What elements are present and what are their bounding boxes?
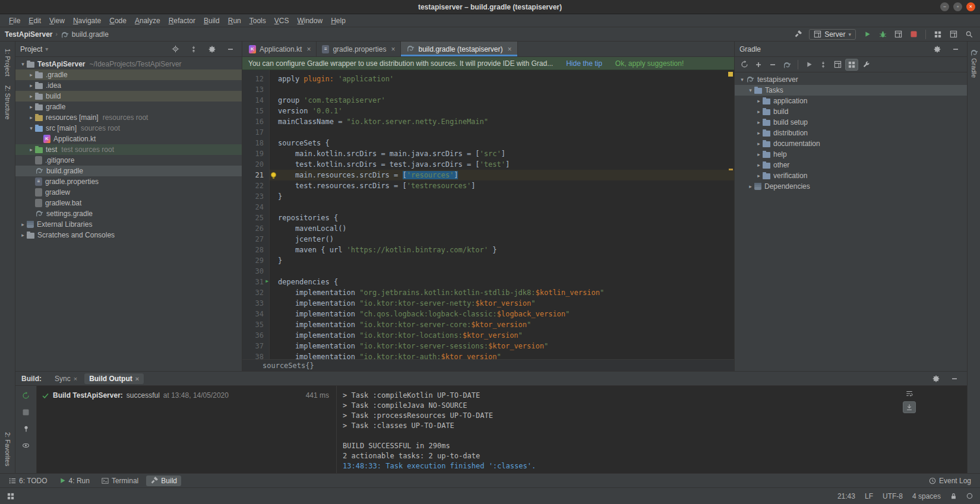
target-icon[interactable] (169, 43, 182, 55)
gear-icon[interactable] (930, 373, 943, 385)
project-tree-item-external-libraries[interactable]: ▸External Libraries (15, 219, 242, 230)
close-button[interactable]: × (966, 2, 975, 11)
tool-button-structure[interactable]: Z: Structure (3, 81, 12, 124)
chevron-right-icon[interactable]: ▸ (19, 232, 27, 238)
gradle-tree-item-dependencies[interactable]: ▸Dependencies (735, 181, 967, 192)
elephant-icon[interactable] (780, 59, 794, 71)
minus-icon[interactable] (948, 373, 961, 385)
play-gray-icon[interactable] (802, 59, 815, 71)
chevron-right-icon[interactable]: ▸ (755, 130, 763, 136)
minimize-button[interactable]: − (940, 2, 949, 11)
tool-button-favorites[interactable]: 2: Favorites (3, 427, 12, 471)
project-tree-item-gradlew[interactable]: gradlew (15, 187, 242, 198)
event-log-button[interactable]: Event Log (925, 476, 975, 486)
build-tab-build-output[interactable]: Build Output× (84, 373, 144, 384)
chevron-right-icon[interactable]: ▸ (27, 147, 35, 153)
inspection-profile-icon[interactable] (966, 493, 973, 499)
close-icon[interactable]: × (135, 375, 139, 382)
hammer-icon[interactable] (791, 28, 804, 40)
menu-help[interactable]: Help (327, 15, 350, 27)
menu-code[interactable]: Code (105, 15, 131, 27)
minus-icon[interactable] (224, 43, 237, 55)
breadcrumb-project[interactable]: TestApiServer (5, 30, 52, 39)
project-tree-item-resources-main[interactable]: ▸resources [main]resources root (15, 112, 242, 123)
project-tree-item-settings-gradle[interactable]: settings.gradle (15, 208, 242, 219)
gradle-tree-item-testapiserver[interactable]: ▾testapiserver (735, 74, 967, 85)
gradle-tree-item-application[interactable]: ▸application (735, 96, 967, 106)
close-icon[interactable]: × (74, 375, 77, 382)
chevron-right-icon[interactable]: ▸ (27, 93, 35, 99)
chevron-right-icon[interactable]: ▸ (755, 173, 763, 179)
chevron-right-icon[interactable]: ▸ (27, 83, 35, 88)
tool-window-switcher-icon[interactable] (7, 493, 14, 500)
wrench-icon[interactable] (859, 59, 872, 71)
grid-icon[interactable] (845, 59, 858, 71)
gradle-tree-item-verification[interactable]: ▸verification (735, 170, 967, 181)
gradle-tree-item-build[interactable]: ▸build (735, 106, 967, 117)
tool-button-run[interactable]: 4: Run (55, 476, 94, 486)
chevron-right-icon[interactable]: ▸ (755, 109, 763, 115)
collapse-icon[interactable] (187, 43, 200, 55)
project-tree-item-test[interactable]: ▸testtest sources root (15, 144, 242, 155)
gradle-tree-item-other[interactable]: ▸other (735, 160, 967, 170)
project-tree-item-gradlew-bat[interactable]: gradlew.bat (15, 198, 242, 208)
chevron-down-icon[interactable]: ▾ (45, 46, 48, 52)
eye-icon[interactable] (20, 439, 33, 451)
caret-position-widget[interactable]: 21:43 (837, 492, 855, 500)
menu-refactor[interactable]: Refactor (165, 15, 200, 27)
menu-vcs[interactable]: VCS (270, 15, 293, 27)
close-icon[interactable]: × (306, 45, 311, 53)
gradle-tree-item-help[interactable]: ▸help (735, 149, 967, 160)
pin-icon[interactable] (20, 423, 33, 435)
intention-bulb-icon[interactable] (271, 172, 276, 177)
project-tree-item-testapiserver[interactable]: ▾TestApiServer~/IdeaProjects/TestApiServ… (15, 59, 242, 69)
chevron-right-icon[interactable]: ▸ (755, 119, 763, 125)
menu-view[interactable]: View (45, 15, 69, 27)
search-icon[interactable] (962, 28, 975, 40)
hide-tip-link[interactable]: Hide the tip (566, 59, 602, 68)
chevron-right-icon[interactable]: ▸ (19, 221, 27, 227)
chevron-right-icon[interactable]: ▸ (755, 162, 763, 168)
layout-icon[interactable] (831, 59, 844, 71)
close-icon[interactable]: × (508, 45, 512, 53)
tool-button-build[interactable]: Build (146, 476, 181, 486)
plus-icon[interactable] (752, 59, 765, 71)
chevron-down-icon[interactable]: ▾ (27, 125, 35, 131)
title-bar[interactable]: testapiserver – build.gradle (testapiser… (0, 0, 980, 14)
chevron-down-icon[interactable]: ▾ (738, 77, 746, 83)
tool-button-terminal[interactable]: Terminal (97, 476, 143, 486)
layout-icon[interactable] (892, 28, 905, 40)
chevron-down-icon[interactable]: ▾ (747, 87, 754, 93)
tool-button-gradle[interactable]: Gradle (969, 44, 979, 83)
project-tree-item-gradle-properties[interactable]: ≡gradle.properties (15, 176, 242, 187)
menu-edit[interactable]: Edit (24, 15, 45, 27)
chevron-down-icon[interactable]: ▾ (19, 61, 27, 67)
refresh-icon[interactable] (738, 59, 751, 71)
tool-button-project[interactable]: 1: Project (3, 44, 12, 81)
bug-icon[interactable] (876, 28, 889, 40)
editor-tab-build-gradle-testapiserver[interactable]: build.gradle (testapiserver)× (401, 42, 517, 56)
stop-red-icon[interactable] (907, 28, 920, 40)
breadcrumb-file[interactable]: build.gradle (72, 30, 109, 39)
maximize-button[interactable]: ▫ (953, 2, 962, 11)
close-icon[interactable]: × (391, 45, 395, 53)
gradle-tree-item-tasks[interactable]: ▾Tasks (735, 85, 967, 96)
indent-widget[interactable]: 4 spaces (912, 492, 941, 500)
project-tree-item-scratches-and-consoles[interactable]: ▸Scratches and Consoles (15, 230, 242, 240)
menu-build[interactable]: Build (200, 15, 224, 27)
gradle-tree-item-distribution[interactable]: ▸distribution (735, 128, 967, 138)
encoding-widget[interactable]: UTF-8 (883, 492, 903, 500)
tool-button-todo[interactable]: 6: TODO (5, 476, 52, 486)
minus-icon[interactable] (766, 59, 779, 71)
play-icon[interactable] (861, 28, 874, 40)
build-console[interactable]: > Task :compileKotlin UP-TO-DATE> Task :… (337, 386, 967, 473)
build-tab-sync[interactable]: Sync× (50, 373, 82, 384)
chevron-right-icon[interactable]: ▸ (755, 151, 763, 157)
project-tree-item-build-gradle[interactable]: build.gradle (15, 166, 242, 176)
grid-icon[interactable] (931, 28, 944, 40)
menu-navigate[interactable]: Navigate (69, 15, 105, 27)
chevron-right-icon[interactable]: ▸ (27, 72, 35, 78)
project-tree-item-build[interactable]: ▸build (15, 91, 242, 102)
rerun-icon[interactable] (20, 389, 33, 401)
run-configuration-select[interactable]: Server ▾ (809, 29, 856, 40)
